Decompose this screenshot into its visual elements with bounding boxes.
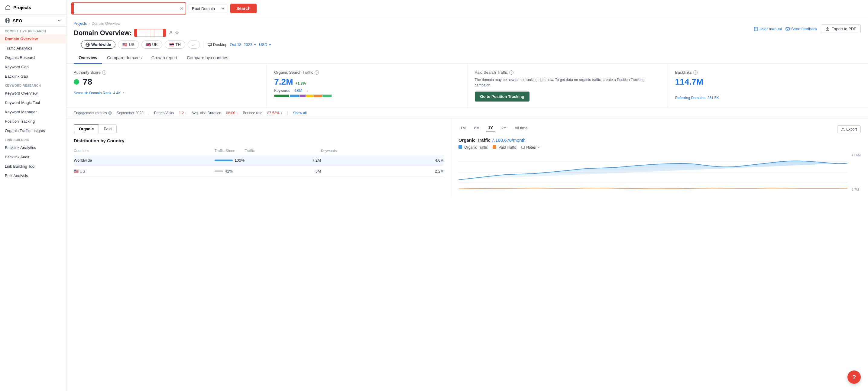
us-flag-table: 🇺🇸 bbox=[74, 169, 79, 173]
desktop-filter[interactable]: Desktop bbox=[208, 42, 227, 47]
sidebar-item-position-tracking[interactable]: Position Tracking bbox=[0, 117, 66, 126]
sidebar-item-bulk-analysis[interactable]: Bulk Analysis bbox=[0, 171, 66, 181]
time-all[interactable]: All time bbox=[513, 125, 529, 131]
time-1y[interactable]: 1Y bbox=[486, 125, 495, 131]
currency-label: USD bbox=[259, 42, 267, 47]
link-building-label: LINK BUILDING bbox=[0, 135, 66, 143]
tab-compare-countries[interactable]: Compare by countries bbox=[182, 52, 233, 64]
star-icon[interactable]: ☆ bbox=[175, 30, 179, 36]
organic-tab[interactable]: Organic bbox=[74, 125, 98, 133]
y-label-top: 11.6M bbox=[851, 153, 861, 157]
chart-subtitle: 7,160,678/month bbox=[491, 137, 526, 142]
globe-icon bbox=[86, 43, 90, 47]
chart-legend: Organic Traffic Paid Traffic Notes bbox=[459, 145, 861, 150]
sidebar-item-backlink-audit[interactable]: Backlink Audit bbox=[0, 152, 66, 162]
organic-traffic-label: Organic Search Traffic ? bbox=[274, 70, 460, 75]
us-label: US bbox=[129, 42, 134, 47]
more-filters[interactable]: ... bbox=[188, 40, 200, 48]
sidebar-item-keyword-manager[interactable]: Keyword Manager bbox=[0, 107, 66, 117]
traffic-worldwide: 7.2M bbox=[245, 155, 321, 166]
chart-export-button[interactable]: Export bbox=[837, 125, 861, 133]
external-link-icon[interactable]: ↗ bbox=[168, 30, 172, 36]
send-feedback-label: Send feedback bbox=[791, 27, 817, 31]
backlinks-value: 114.7M bbox=[675, 77, 861, 87]
help-button[interactable]: ? bbox=[847, 370, 861, 384]
export-pdf-button[interactable]: Export to PDF bbox=[821, 25, 861, 33]
sidebar-item-backlink-analytics[interactable]: Backlink Analytics bbox=[0, 143, 66, 152]
avg-duration-label: Avg. Visit Duration bbox=[192, 111, 221, 115]
sidebar-item-backlink-gap[interactable]: Backlink Gap bbox=[0, 72, 66, 81]
sidebar-seo-section[interactable]: SEO bbox=[0, 15, 66, 27]
tab-compare-domains[interactable]: Compare domains bbox=[102, 52, 146, 64]
send-feedback-button[interactable]: Send feedback bbox=[785, 27, 817, 31]
notes-button[interactable]: Notes bbox=[521, 145, 540, 150]
breadcrumb-projects[interactable]: Projects bbox=[74, 22, 87, 26]
time-2y[interactable]: 2Y bbox=[500, 125, 508, 131]
domain-input[interactable] bbox=[74, 4, 178, 13]
time-6m[interactable]: 6M bbox=[472, 125, 482, 131]
tab-overview[interactable]: Overview bbox=[74, 52, 102, 64]
sidebar-item-organic-research[interactable]: Organic Research bbox=[0, 53, 66, 62]
authority-score-card: Authority Score ? 78 Semrush Domain Rank… bbox=[66, 64, 267, 107]
authority-info-icon[interactable]: ? bbox=[102, 70, 106, 75]
date-filter[interactable]: Oct 18, 2023 bbox=[230, 42, 256, 47]
seo-label: SEO bbox=[5, 18, 22, 23]
pages-visits-label: Pages/Visits bbox=[154, 111, 174, 115]
distribution-title: Distribution by Country bbox=[74, 138, 444, 143]
page-title: Domain Overview: ██████ ↗ ☆ bbox=[74, 29, 179, 37]
sidebar-item-organic-traffic-insights[interactable]: Organic Traffic Insights bbox=[0, 126, 66, 135]
tabs-bar: Overview Compare domains Growth report C… bbox=[66, 52, 868, 64]
us-filter[interactable]: 🇺🇸 US bbox=[118, 40, 139, 48]
sidebar-item-domain-overview[interactable]: Domain Overview bbox=[0, 34, 66, 43]
user-manual-label: User manual bbox=[760, 27, 782, 31]
worldwide-filter[interactable]: Worldwide bbox=[81, 40, 116, 48]
th-filter[interactable]: 🇹🇭 TH bbox=[165, 40, 185, 48]
filter-bar: Worldwide 🇺🇸 US 🇬🇧 UK 🇹🇭 TH ... bbox=[74, 40, 861, 52]
sidebar-item-keyword-gap[interactable]: Keyword Gap bbox=[0, 62, 66, 72]
upload-icon bbox=[826, 27, 830, 31]
paid-traffic-label: Paid Search Traffic ? bbox=[475, 70, 660, 75]
sidebar-projects[interactable]: Projects bbox=[0, 0, 66, 15]
sidebar-item-traffic-analytics[interactable]: Traffic Analytics bbox=[0, 43, 66, 53]
paid-tab[interactable]: Paid bbox=[98, 125, 117, 133]
uk-filter[interactable]: 🇬🇧 UK bbox=[142, 40, 162, 48]
chart-y-labels: 11.6M 8.7M bbox=[851, 153, 861, 192]
bar-seg-4 bbox=[306, 95, 314, 97]
sidebar-item-link-building-tool[interactable]: Link Building Tool bbox=[0, 162, 66, 171]
keywords-worldwide: 4.6M bbox=[321, 155, 444, 166]
tab-growth-report[interactable]: Growth report bbox=[147, 52, 182, 64]
more-icon: ... bbox=[192, 42, 195, 47]
user-manual-button[interactable]: User manual bbox=[754, 27, 782, 31]
sidebar-item-keyword-magic-tool[interactable]: Keyword Magic Tool bbox=[0, 98, 66, 107]
authority-score-label: Authority Score ? bbox=[74, 70, 259, 75]
keywords-trend-icon: ↓ bbox=[306, 89, 308, 93]
country-us: 🇺🇸 US bbox=[74, 166, 215, 177]
clear-icon[interactable]: ✕ bbox=[178, 4, 186, 13]
search-button[interactable]: Search bbox=[230, 4, 256, 13]
bar-seg-1 bbox=[274, 95, 289, 97]
domain-overview-title: Domain Overview: bbox=[74, 29, 132, 37]
home-icon bbox=[5, 4, 11, 10]
chevron-down-icon bbox=[537, 146, 540, 149]
time-1m[interactable]: 1M bbox=[459, 125, 468, 131]
organic-info-icon[interactable]: ? bbox=[315, 70, 319, 75]
chevron-down-icon bbox=[57, 19, 61, 23]
show-all-button[interactable]: Show all bbox=[293, 111, 306, 115]
backlinks-card: Backlinks ? 114.7M Referring Domains 261… bbox=[668, 64, 868, 107]
paid-info-icon[interactable]: ? bbox=[509, 70, 514, 75]
chevron-down-icon bbox=[221, 7, 224, 10]
currency-filter[interactable]: USD bbox=[259, 42, 271, 47]
globe-small-icon bbox=[108, 111, 112, 115]
page-title-row: Domain Overview: ██████ ↗ ☆ bbox=[74, 29, 179, 37]
breadcrumb-current: Domain Overview bbox=[92, 22, 120, 26]
export-pdf-label: Export to PDF bbox=[831, 27, 856, 31]
domain-type-dropdown[interactable]: Root Domain bbox=[189, 4, 228, 13]
backlinks-info-icon[interactable]: ? bbox=[693, 70, 698, 75]
sidebar: Projects SEO COMPETITIVE RESEARCH Domain… bbox=[0, 0, 66, 391]
paid-message: The domain may be new or not ranking rig… bbox=[475, 77, 660, 88]
seo-icon bbox=[5, 18, 10, 23]
uk-label: UK bbox=[152, 42, 158, 47]
page-header: Projects › Domain Overview Domain Overvi… bbox=[66, 17, 868, 52]
go-to-position-tracking-button[interactable]: Go to Position Tracking bbox=[475, 92, 530, 101]
sidebar-item-keyword-overview[interactable]: Keyword Overview bbox=[0, 89, 66, 98]
